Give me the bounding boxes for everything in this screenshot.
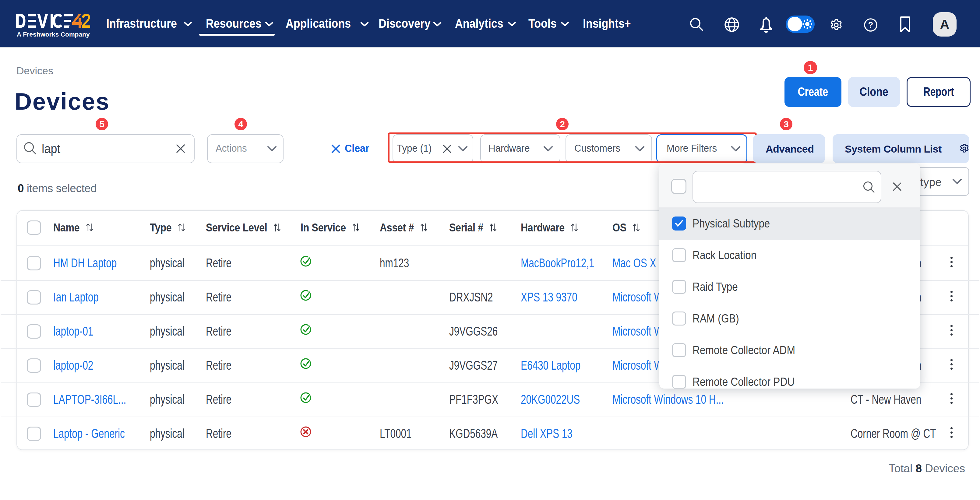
svg-text:?: ? [868,21,873,30]
